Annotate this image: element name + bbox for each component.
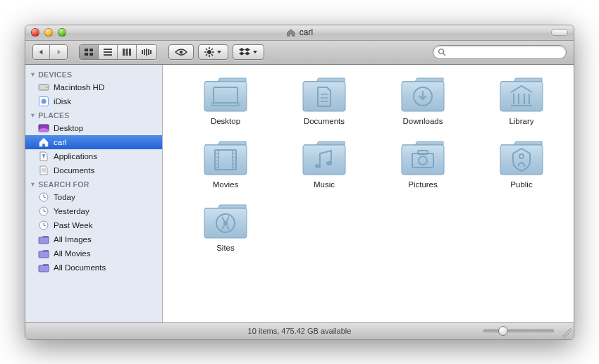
svg-point-87 <box>223 221 228 225</box>
finder-window: carl <box>25 25 574 340</box>
toolbar-actions <box>168 44 264 60</box>
svg-rect-6 <box>104 54 112 56</box>
sidebar-item-idisk[interactable]: iDisk <box>25 94 162 108</box>
view-list-button[interactable] <box>99 45 118 59</box>
section-label: PLACES <box>38 111 69 120</box>
sidebar-item-yesterday[interactable]: Yesterday <box>25 204 162 218</box>
disclosure-triangle-icon: ▼ <box>30 112 36 119</box>
svg-rect-7 <box>123 49 125 56</box>
forward-button[interactable] <box>50 45 67 59</box>
folder-downloads[interactable]: Downloads <box>377 75 469 125</box>
svg-rect-3 <box>89 53 93 56</box>
section-label: SEARCH FOR <box>38 180 89 189</box>
svg-point-25 <box>439 49 444 54</box>
svg-rect-44 <box>39 237 49 244</box>
sidebar-item-documents[interactable]: Documents <box>25 163 162 177</box>
sidebar-item-label: carl <box>54 138 67 146</box>
folder-label: Documents <box>304 117 345 125</box>
folder-label: Library <box>509 117 533 125</box>
svg-point-28 <box>47 87 48 88</box>
svg-rect-5 <box>104 51 112 53</box>
svg-line-23 <box>211 49 213 50</box>
nav-buttons <box>32 44 68 60</box>
folder-icon <box>400 138 446 177</box>
smart-folder-icon <box>38 248 49 259</box>
folder-icon <box>301 138 347 177</box>
sidebar-item-label: All Images <box>54 235 92 244</box>
folder-icon <box>202 201 249 241</box>
folder-desktop[interactable]: Desktop <box>180 75 271 125</box>
minimize-button[interactable] <box>44 28 53 37</box>
svg-line-22 <box>211 54 213 56</box>
dropbox-button[interactable] <box>233 44 264 60</box>
folder-icon <box>498 75 545 114</box>
sidebar-item-label: Applications <box>54 152 97 161</box>
sidebar-item-desktop[interactable]: Desktop <box>25 121 162 135</box>
folder-pictures[interactable]: Pictures <box>377 138 469 189</box>
svg-rect-83 <box>500 145 543 175</box>
home-icon <box>38 137 49 148</box>
folder-label: Pictures <box>408 180 438 189</box>
folder-public[interactable]: Public <box>476 138 567 189</box>
sidebar-item-applications[interactable]: Applications <box>25 149 162 163</box>
hard-drive-icon <box>38 82 49 93</box>
folder-label: Music <box>314 180 335 189</box>
toolbar <box>25 41 574 65</box>
folder-grid: Desktop Documents <box>180 75 564 252</box>
svg-rect-79 <box>402 145 444 175</box>
zoom-button[interactable] <box>58 28 66 37</box>
sidebar: ▼ DEVICES Macintosh HD iDisk ▼ PLACES <box>25 65 163 322</box>
sidebar-item-label: All Movies <box>54 249 90 258</box>
sidebar-item-macintosh-hd[interactable]: Macintosh HD <box>25 80 162 94</box>
icon-size-slider[interactable] <box>483 330 554 332</box>
svg-rect-14 <box>150 50 152 54</box>
view-coverflow-button[interactable] <box>137 45 156 59</box>
sidebar-item-label: Past Week <box>54 221 92 230</box>
window-title-text: carl <box>300 27 313 37</box>
sidebar-item-past-week[interactable]: Past Week <box>25 218 162 232</box>
svg-rect-11 <box>144 49 145 55</box>
sidebar-item-today[interactable]: Today <box>25 190 162 204</box>
sidebar-item-label: Documents <box>54 166 94 175</box>
section-header-places[interactable]: ▼ PLACES <box>25 108 162 121</box>
quicklook-button[interactable] <box>168 44 194 60</box>
svg-rect-4 <box>104 49 112 50</box>
sidebar-item-all-movies[interactable]: All Movies <box>25 246 162 261</box>
view-icon-button[interactable] <box>80 45 99 59</box>
action-menu-button[interactable] <box>198 44 228 60</box>
svg-line-24 <box>206 54 207 56</box>
folder-icon <box>498 138 545 177</box>
svg-rect-13 <box>148 49 149 55</box>
clock-icon <box>38 206 49 217</box>
sidebar-item-label: Yesterday <box>54 207 89 215</box>
clock-icon <box>38 220 49 231</box>
toolbar-toggle-button[interactable] <box>551 29 574 36</box>
titlebar[interactable]: carl <box>25 25 574 41</box>
sidebar-item-all-documents[interactable]: All Documents <box>25 261 162 275</box>
content-area[interactable]: Desktop Documents <box>163 65 574 322</box>
folder-label: Downloads <box>403 117 443 125</box>
folder-label: Desktop <box>211 117 240 125</box>
folder-music[interactable]: Music <box>278 138 370 189</box>
close-button[interactable] <box>31 28 39 37</box>
search-field[interactable] <box>433 45 567 59</box>
documents-icon <box>38 165 49 176</box>
folder-icon <box>202 138 249 177</box>
resize-handle[interactable] <box>562 328 572 338</box>
view-column-button[interactable] <box>118 45 137 59</box>
svg-point-30 <box>42 99 47 103</box>
svg-point-78 <box>326 161 332 165</box>
sidebar-item-all-images[interactable]: All Images <box>25 232 162 246</box>
svg-rect-2 <box>85 53 88 56</box>
folder-sites[interactable]: Sites <box>180 201 271 252</box>
section-header-search-for[interactable]: ▼ SEARCH FOR <box>25 177 162 190</box>
folder-documents[interactable]: Documents <box>278 75 370 125</box>
folder-library[interactable]: Library <box>476 75 567 125</box>
view-switcher <box>79 44 157 60</box>
sidebar-item-carl[interactable]: carl <box>25 135 162 149</box>
folder-icon <box>202 75 249 114</box>
section-header-devices[interactable]: ▼ DEVICES <box>25 68 162 80</box>
back-button[interactable] <box>33 45 50 59</box>
folder-movies[interactable]: Movies <box>180 138 271 189</box>
sidebar-item-label: Desktop <box>54 124 83 132</box>
